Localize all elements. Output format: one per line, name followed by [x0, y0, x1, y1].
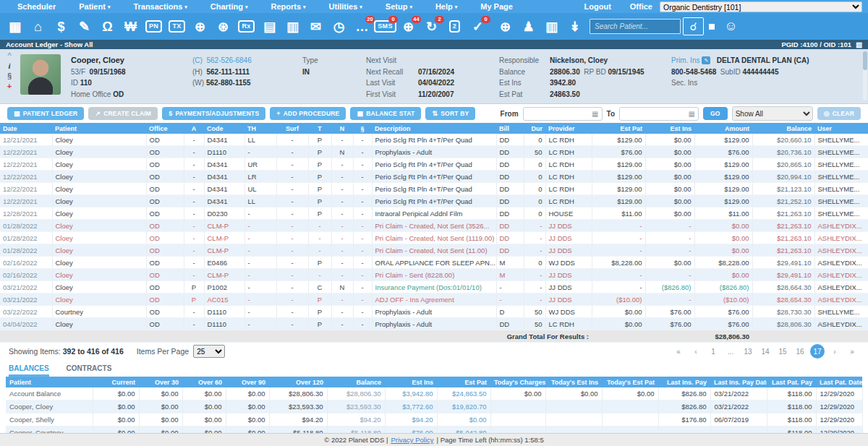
page-13-button[interactable]: 13 [741, 344, 755, 359]
sort-by-button[interactable]: ⇅SORT BY [425, 107, 475, 120]
web-access-icon[interactable]: ⊕ [494, 16, 516, 37]
prev-page-button[interactable]: ‹ [689, 344, 703, 359]
table-row[interactable]: 12/22/2021CloeyOD-D4341UL-P--Perio Sclg … [0, 183, 868, 195]
table-row[interactable]: 12/22/2021CloeyOD-D4341UR-P--Perio Sclg … [0, 158, 868, 171]
sms-icon[interactable]: SMS0 [374, 16, 396, 37]
support-icon[interactable]: ↻2 [420, 16, 443, 37]
cell-surf: - [276, 195, 308, 207]
progress-notes-icon[interactable]: PN [142, 16, 165, 37]
table-row[interactable]: 12/22/2021CloeyOD-D4341LR-P--Perio Sclg … [0, 171, 868, 183]
table-row[interactable]: 12/28/2021CloeyOD-D0230--P--Intraoral Pe… [0, 207, 868, 220]
treatment-plan-icon[interactable]: TX [166, 16, 188, 37]
documents-icon[interactable]: ▥ [281, 16, 304, 37]
advanced-search-button[interactable]: ☺ [721, 18, 741, 35]
add-alert-icon[interactable]: + [7, 82, 12, 90]
menu-utilities[interactable]: Utilities▾ [318, 2, 374, 11]
menu-logout[interactable]: Logout [573, 2, 623, 11]
patient-info-icon[interactable]: i [8, 61, 10, 70]
table-row[interactable]: 03/21/2022CloeyODPAC015--P--ADJ OFF - In… [0, 293, 868, 306]
cell-a: - [184, 183, 204, 195]
table-row[interactable]: 03/21/2022CloeyODPP1002--CN-Insurance Pa… [0, 281, 868, 293]
printer-icon[interactable]: ▥ [856, 40, 862, 48]
table-row[interactable]: Cooper, Shelly$0.00$0.00$0.00$0.00$94.20… [6, 413, 862, 426]
table-row[interactable]: 12/22/2021CloeyOD-D1110--PN-Prophylaxis … [0, 146, 868, 158]
tab-balances[interactable]: BALANCES [9, 364, 49, 377]
notes-icon[interactable]: ▤ [258, 16, 281, 37]
home-icon[interactable]: ⌂ [27, 16, 49, 37]
add-procedure-button[interactable]: +ADD PROCEDURE [270, 107, 346, 120]
menu-help[interactable]: Help▾ [424, 2, 469, 11]
show-filter-select[interactable]: Show All [732, 106, 813, 121]
family-icon[interactable]: ♟ [517, 16, 540, 37]
items-per-page-select[interactable]: 25 [193, 345, 225, 358]
to-date-input[interactable]: ▦ [619, 107, 699, 121]
balance-stat-button[interactable]: ▦BALANCE STAT [350, 107, 421, 120]
menu-reports[interactable]: Reports▾ [260, 2, 318, 11]
table-row[interactable]: Account Balance$0.00$0.00$0.00$0.00$28,8… [6, 387, 862, 400]
tooth-chart-icon[interactable]: Ω [96, 16, 119, 37]
search-patient-input[interactable] [590, 19, 681, 34]
perio-chart-icon[interactable]: ₩ [119, 16, 142, 37]
menu-patient[interactable]: Patient▾ [67, 2, 122, 11]
time-clock-icon[interactable]: ◷ [328, 16, 350, 37]
attachment-icon[interactable]: § [7, 72, 12, 80]
grand-total-label: Grand Total For Results : [0, 330, 592, 343]
page-1-button[interactable]: 1 [706, 344, 720, 359]
prim-ins-label[interactable]: Prim. Ins [671, 56, 699, 64]
from-date-input[interactable]: ▦ [523, 107, 603, 121]
search-option-checkbox[interactable] [709, 24, 715, 30]
menu-transactions[interactable]: Transactions▾ [122, 2, 198, 11]
office-select[interactable]: Organic Dentistry [101] [660, 1, 862, 12]
table-row[interactable]: 03/22/2022CourtneyOD-D1110--P--Prophylax… [0, 306, 868, 318]
cell-user: ASHLEYDIX... [814, 269, 868, 281]
cell-prov: LC RDH [545, 146, 592, 158]
create-claim-button[interactable]: ↗CREATE CLAIM [88, 107, 158, 120]
page-14-button[interactable]: 14 [758, 344, 773, 359]
go-button[interactable]: GO [703, 107, 728, 120]
payments-adjustments-button[interactable]: $PAYMENTS/ADJUSTMENTS [162, 107, 265, 120]
table-row[interactable]: 04/04/2022CloeyOD-D1110--P--Prophylaxis … [0, 318, 868, 330]
search-patient-button[interactable]: ☌ [683, 17, 704, 35]
table-row[interactable]: 02/16/2022CloeyOD-E0486--P--ORAL APPLIAN… [0, 257, 868, 269]
edit-insurance-icon[interactable]: ✎ [702, 56, 710, 64]
patient-appointment-icon[interactable]: ⊛ [212, 16, 234, 37]
table-row[interactable]: 01/28/2022CloeyOD-CLM-P-----Pri Claim - … [0, 232, 868, 244]
next-page-button[interactable]: › [827, 344, 842, 359]
messages-icon[interactable]: …20 [351, 16, 373, 37]
print-icon[interactable]: ▥ [540, 16, 563, 37]
privacy-policy-link[interactable]: Privacy Policy [391, 436, 433, 444]
page-17-button[interactable]: 17 [810, 344, 825, 359]
schedule-icon[interactable]: ▦ [4, 16, 26, 37]
patient-ledger-button[interactable]: ▤PATIENT LEDGER [7, 107, 84, 120]
table-row[interactable]: 01/28/2022CloeyOD-CLM-P-----Pri Claim - … [0, 220, 868, 232]
page-15-button[interactable]: 15 [775, 344, 790, 359]
table-row[interactable]: 12/22/2021CloeyOD-D4341LL-P--Perio Sclg … [0, 195, 868, 207]
tab-contracts[interactable]: CONTRACTS [67, 364, 112, 377]
last-page-button[interactable]: » [845, 344, 859, 359]
collapse-toolbar-icon[interactable]: ↡ [563, 16, 586, 37]
menu-my-page[interactable]: My Page [469, 2, 524, 11]
panel-scrollbar[interactable] [863, 51, 867, 100]
patient-portal-icon[interactable]: ⊕44 [397, 16, 420, 37]
sec-ins-label: Sec. Ins [671, 79, 697, 87]
tooth-2-icon[interactable]: 2 [443, 16, 466, 37]
table-row[interactable]: 12/21/2021CloeyOD-D4341LL-P--Perio Sclg … [0, 134, 868, 146]
collapse-panel-icon[interactable]: ^ [7, 51, 11, 60]
patient-photo[interactable] [20, 54, 61, 95]
task-list-icon[interactable]: ✓0 [467, 16, 489, 37]
first-page-button[interactable]: « [671, 344, 686, 359]
menu-charting[interactable]: Charting▾ [199, 2, 260, 11]
payments-icon[interactable]: $ [50, 16, 72, 37]
add-patient-icon[interactable]: ⊕ [189, 16, 211, 37]
page-16-button[interactable]: 16 [793, 344, 807, 359]
rx-icon[interactable]: Rx [235, 16, 258, 37]
cell-phone-link[interactable]: 562-526-6846 [206, 56, 251, 64]
table-row[interactable]: Cooper, Cloey$0.00$0.00$0.00$0.00$23,593… [6, 400, 862, 413]
mail-icon[interactable]: ✉ [305, 16, 327, 37]
menu-setup[interactable]: Setup▾ [374, 2, 424, 11]
edit-chart-icon[interactable]: ✎ [73, 16, 95, 37]
table-row[interactable]: 02/16/2022CloeyOD-CLM-P-----Pri Claim - … [0, 269, 868, 281]
table-row[interactable]: 01/28/2022CloeyOD-CLM-P-----Pri Claim - … [0, 244, 868, 257]
clear-button[interactable]: ◎CLEAR [817, 107, 861, 120]
menu-scheduler[interactable]: Scheduler [6, 2, 67, 11]
